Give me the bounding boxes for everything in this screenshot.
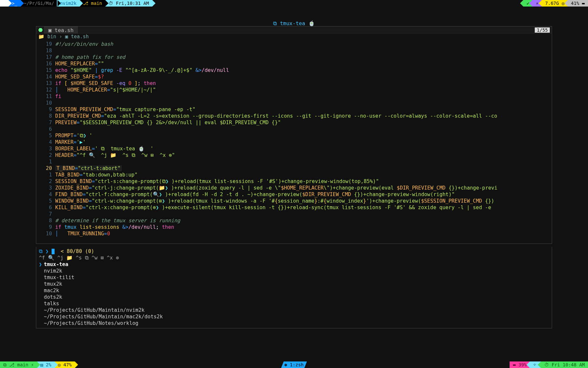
code-line[interactable]: 4FIND_BIND="ctrl-f:change-prompt(🔍❯ )+re… [36, 191, 550, 198]
code-line[interactable]: 8DIR_PREVIEW_CMD="eza -ahlT -L=2 -s=exte… [36, 113, 550, 119]
code-line[interactable]: 8# determine if the tmux server is runni… [36, 217, 550, 224]
code-content[interactable]: SESSION_BIND="ctrl-s:change-prompt(⧉❯ )+… [55, 178, 379, 185]
code-line[interactable]: 15echo "$HOME" | grep -E "^[a-zA-Z0-9\-_… [36, 67, 550, 74]
code-line[interactable]: 5WINDOW_BIND="ctrl-w:change-prompt(⊞❯ )+… [36, 198, 550, 204]
list-item[interactable]: ❯talks [39, 300, 549, 307]
code-line[interactable]: 19#!/usr/bin/env bash [36, 41, 550, 47]
code-line[interactable]: 2HEADER="^f 🔍 ^j 📁 ^s ⧉ ^w ⊞ ^x ⊗" [36, 152, 550, 159]
code-line[interactable]: 1 [36, 159, 550, 165]
code-content[interactable]: if tmux list-sessions &>/dev/null; then [55, 224, 174, 230]
code-content[interactable]: if [ $HOME_SED_SAFE -eq 0 ]; then [55, 80, 156, 87]
session-segment[interactable]: ⧉ ⎇ main ⚡ [0, 361, 37, 368]
code-line[interactable]: 9SESSION_PREVIEW_CMD="tmux capture-pane … [36, 106, 550, 113]
code-content[interactable]: │ HOME_REPLACER="s|^$HOME/|~/|" [55, 87, 156, 93]
code-line[interactable]: 17# home path fix for sed [36, 54, 550, 60]
code-content[interactable]: MARKER='▶' [55, 139, 86, 145]
code-line[interactable]: 3BORDER_LABEL=' ⧉ tmux-tea 🍵 ' [36, 145, 550, 152]
code-line[interactable]: 2SESSION_BIND="ctrl-s:change-prompt(⧉❯ )… [36, 178, 550, 185]
gauge-icon: ◎ [562, 1, 564, 6]
code-content[interactable]: HEADER="^f 🔍 ^j 📁 ^s ⧉ ^w ⊞ ^x ⊗" [55, 152, 175, 159]
list-item[interactable]: ❯~/Projects/GitHub/Maintain/mac2k/dots2k [39, 313, 549, 320]
code-area[interactable]: 19#!/usr/bin/env bash1817# home path fix… [36, 40, 552, 238]
line-number: 17 [36, 54, 55, 60]
code-line[interactable]: 5PROMPT='⧉❯ ' [36, 132, 550, 139]
list-item[interactable]: ❯tmux-tea [39, 261, 549, 268]
line-number: 2 [36, 152, 55, 159]
list-item[interactable]: ❯mac2k [39, 287, 549, 294]
page-counter: 1/55 [535, 27, 550, 33]
battery-segment: 41% ▬ [568, 0, 588, 7]
battery-icon: ▬ [513, 362, 515, 367]
code-content[interactable]: PREVIEW="$SESSION_PREVIEW_CMD {} 2&>/dev… [55, 119, 281, 126]
line-number: 10 [36, 100, 55, 106]
list-item[interactable]: ❯~/Projects/GitHub/Notes/worklog [39, 320, 549, 326]
code-content[interactable]: WINDOW_BIND="ctrl-w:change-prompt(⊞❯ )+r… [55, 198, 494, 204]
code-line[interactable]: 18 [36, 47, 550, 54]
code-line[interactable]: 7 [36, 211, 550, 217]
fzf-cursor[interactable] [52, 249, 55, 254]
code-content[interactable]: DIR_PREVIEW_CMD="eza -ahlT -L=2 -s=exten… [55, 113, 497, 119]
battery-text: 41% [571, 1, 579, 6]
battery-icon: ▬ [582, 1, 585, 6]
ram-text: 47% [63, 362, 72, 367]
code-content[interactable]: ZOXIDE_BIND="ctrl-j:change-prompt(📁❯ )+r… [55, 185, 498, 191]
code-content[interactable]: TAB_BIND="tab:down,btab:up" [55, 172, 138, 178]
code-content[interactable]: # home path fix for sed [55, 54, 125, 60]
list-item[interactable]: ❯tmux-tilit [39, 274, 549, 281]
code-line[interactable]: 13if [ $HOME_SED_SAFE -eq 0 ]; then [36, 80, 550, 87]
code-line[interactable]: 9if tmux list-sessions &>/dev/null; then [36, 224, 550, 230]
code-line[interactable]: 1TAB_BIND="tab:down,btab:up" [36, 172, 550, 178]
fzf-header: ^f 🔍 ^j 📁 ^s ⧉ ^w ⊞ ^x ⊗ [39, 255, 549, 261]
code-content[interactable]: SESSION_PREVIEW_CMD="tmux capture-pane -… [55, 106, 195, 113]
code-content[interactable]: HOME_SED_SAFE=$? [55, 74, 104, 80]
list-item[interactable]: ❯nvim2k [39, 268, 549, 274]
code-line[interactable]: 20T_BIND="ctrl-t:abort" [36, 165, 550, 172]
code-line[interactable]: 7PREVIEW="$SESSION_PREVIEW_CMD {} 2&>/de… [36, 119, 550, 126]
code-line[interactable]: 6KILL_BIND="ctrl-x:change-prompt(⊗❯ )+ex… [36, 204, 550, 211]
line-number: 5 [36, 198, 55, 204]
wifi-icon: ᯤ [533, 362, 538, 367]
code-line[interactable]: 3ZOXIDE_BIND="ctrl-j:change-prompt(📁❯ )+… [36, 185, 550, 191]
fzf-list[interactable]: ❯tmux-tea❯nvim2k❯tmux-tilit❯tmux2k❯mac2k… [39, 261, 549, 326]
apple-icon[interactable] [0, 0, 8, 7]
code-line[interactable]: 12│ HOME_REPLACER="s|^$HOME/|~/|" [36, 87, 550, 93]
tab-tea-sh[interactable]: ▣ tea.sh [44, 26, 78, 34]
list-item[interactable]: ❯~/Projects/GitHub/Maintain/nvim2k [39, 307, 549, 313]
editor-pane[interactable]: ⬣ ▣ tea.sh 1/55 📁 bin › ▣ tea.sh 19#!/us… [36, 26, 552, 244]
code-content[interactable]: T_BIND="ctrl-t:abort" [55, 165, 122, 172]
code-content[interactable]: BORDER_LABEL=' ⧉ tmux-tea 🍵 ' [55, 145, 154, 152]
memory-text: 7.67G [545, 1, 559, 6]
code-line[interactable]: 11fi [36, 93, 550, 100]
code-line[interactable]: 16HOME_REPLACER="" [36, 60, 550, 67]
code-line[interactable]: 10 [36, 100, 550, 106]
fzf-count: < 80/80 (0) [61, 248, 94, 254]
battery-text: 39% [518, 362, 527, 367]
line-number: 6 [36, 126, 55, 132]
top-menubar: >_ ~/Pr/Gi/Ma/ nvim2k ⎇ main ⏱ Fri,10:31… [0, 0, 588, 7]
tmux-window-label[interactable]: ✽ 1:zsh [281, 361, 307, 368]
line-number: 5 [36, 132, 55, 139]
line-number: 1 [36, 159, 55, 165]
line-number: 19 [36, 41, 55, 47]
code-content[interactable]: KILL_BIND="ctrl-x:change-prompt(⊗❯ )+exe… [55, 204, 491, 211]
code-line[interactable]: 14HOME_SED_SAFE=$? [36, 74, 550, 80]
fzf-prompt-line[interactable]: ⧉ ❯ < 80/80 (0) [39, 248, 549, 255]
ram-icon: ◎ [58, 362, 60, 367]
code-content[interactable]: #!/usr/bin/env bash [55, 41, 113, 47]
fzf-pane[interactable]: ⧉ ❯ < 80/80 (0) ^f 🔍 ^j 📁 ^s ⧉ ^w ⊞ ^x ⊗… [36, 247, 552, 328]
code-line[interactable]: 6 [36, 126, 550, 132]
code-content[interactable]: FIND_BIND="ctrl-f:change-prompt(🔍❯ )+rel… [55, 191, 455, 198]
code-line[interactable]: 10│ TMUX_RUNNING=0 [36, 230, 550, 237]
fzf-prompt-icon: ⧉ ❯ [39, 248, 52, 254]
code-content[interactable]: PROMPT='⧉❯ ' [55, 132, 92, 139]
code-content[interactable]: fi [55, 93, 61, 100]
code-content[interactable]: HOME_REPLACER="" [55, 60, 104, 67]
list-item[interactable]: ❯tmux2k [39, 281, 549, 287]
line-number: 11 [36, 93, 55, 100]
code-content[interactable]: # determine if the tmux server is runnin… [55, 217, 180, 224]
code-line[interactable]: 4MARKER='▶' [36, 139, 550, 145]
list-item[interactable]: ❯dots2k [39, 294, 549, 300]
code-content[interactable]: echo "$HOME" | grep -E "^[a-zA-Z0-9\-_/.… [55, 67, 229, 74]
line-number: 20 [36, 165, 55, 172]
code-content[interactable]: │ TMUX_RUNNING=0 [55, 230, 110, 237]
